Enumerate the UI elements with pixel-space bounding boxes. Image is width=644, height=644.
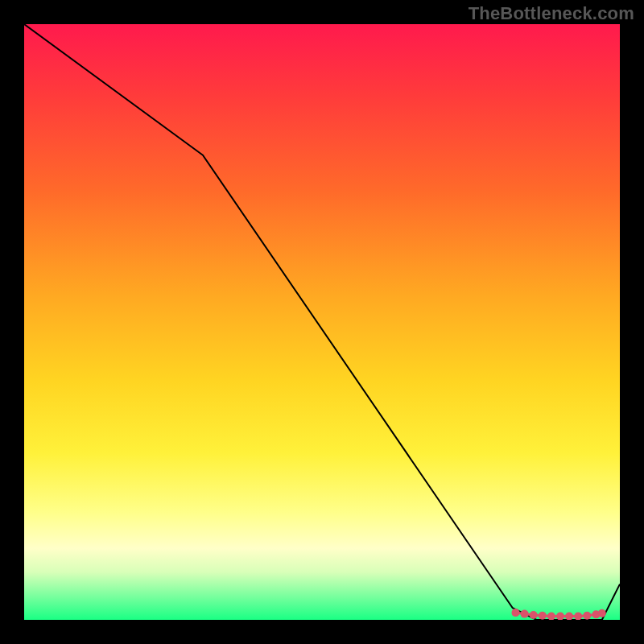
watermark-text: TheBottleneck.com: [469, 3, 634, 24]
chart-frame: TheBottleneck.com: [0, 0, 644, 644]
plot-gradient-area: [24, 24, 620, 620]
